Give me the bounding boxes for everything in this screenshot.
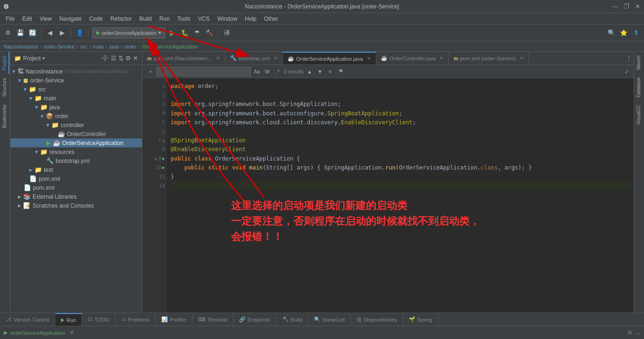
tab-overflow-icon[interactable]: ⋮: [626, 55, 632, 62]
word-icon[interactable]: W: [263, 67, 272, 76]
dependencies-tab[interactable]: ⛓ Dependencies: [351, 313, 403, 326]
search-down-icon[interactable]: ▼: [316, 67, 324, 76]
toolbar-translate-icon[interactable]: 译: [222, 28, 232, 38]
sort-icon[interactable]: ⇅: [118, 55, 124, 62]
bootstrap-close-icon[interactable]: ✕: [273, 55, 278, 61]
regex-icon[interactable]: .*: [273, 67, 282, 76]
run-configuration-selector[interactable]: ▶ orderServiceApplication ▾: [92, 27, 165, 39]
problems-tab[interactable]: ⚠ Problems: [116, 313, 156, 326]
code-editor[interactable]: 1 2 3 4 5 6 7 ⚠ 8 ⚠ 9 ▶ 10 ▶: [142, 78, 634, 313]
project-tab[interactable]: Project: [0, 52, 9, 74]
breadcrumb-main[interactable]: main: [92, 44, 104, 49]
tree-order-service[interactable]: ▾ ◼ order-Service: [10, 76, 142, 85]
terminal-tab[interactable]: ⌨ Terminal: [192, 313, 233, 326]
breadcrumb-java[interactable]: java: [109, 44, 119, 49]
run-panel-close-icon[interactable]: —: [635, 330, 640, 336]
bookmarks-tab[interactable]: Bookmarks: [0, 101, 9, 132]
settings-icon[interactable]: ⚙: [125, 55, 131, 62]
toolbar-settings-icon[interactable]: ⚙: [3, 28, 13, 38]
debug-button[interactable]: 🐛: [180, 28, 190, 38]
tree-main[interactable]: ▾ 📁 main: [10, 94, 142, 103]
toolbar-save-icon[interactable]: 💾: [15, 28, 25, 38]
search-prev-icon[interactable]: +: [146, 67, 155, 76]
spring-tab[interactable]: 🌱 Spring: [403, 313, 438, 326]
tree-pom-root[interactable]: 📄 pom.xml: [10, 183, 142, 192]
breadcrumb-file[interactable]: OrderServiceApplication: [142, 44, 198, 49]
menu-code[interactable]: Code: [85, 15, 107, 23]
gutter-warn-7[interactable]: ⚠: [162, 137, 165, 145]
new-file-icon[interactable]: ➕: [101, 55, 109, 62]
tree-scratches[interactable]: ▸ 📝 Scratches and Consoles: [10, 201, 142, 210]
close-button[interactable]: ✕: [635, 3, 640, 10]
minimize-button[interactable]: —: [612, 3, 618, 10]
maximize-button[interactable]: ❐: [624, 3, 629, 10]
menu-file[interactable]: File: [2, 15, 18, 23]
maven-tab[interactable]: Maven: [635, 52, 644, 73]
menu-run[interactable]: Run: [156, 15, 173, 23]
tree-pom-module[interactable]: 📄 pom.xml: [10, 174, 142, 183]
tree-java[interactable]: ▾ 📁 java: [10, 103, 142, 112]
gutter-run-9[interactable]: ▶: [162, 155, 165, 162]
todo-tab[interactable]: ☑ TODO: [82, 313, 116, 326]
database-tab[interactable]: Database: [635, 73, 644, 101]
tree-src[interactable]: ▾ 📁 src: [10, 85, 142, 94]
menu-vcs[interactable]: VCS: [194, 15, 214, 23]
menu-build[interactable]: Build: [135, 15, 156, 23]
ordercontroller-close-icon[interactable]: ✕: [439, 55, 444, 61]
toolbar-search-icon[interactable]: 🔍: [606, 28, 617, 38]
tree-bootstrap[interactable]: 🔧 bootstrap.yml: [10, 156, 142, 165]
sonarlint-tab[interactable]: 🔍 SonarLint: [308, 313, 351, 326]
structure-tab[interactable]: Structure: [0, 74, 9, 101]
tree-external-libraries[interactable]: ▸ 📚 External Libraries: [10, 192, 142, 201]
tab-pom-order[interactable]: m pom.xml (order-Service) ✕: [449, 52, 529, 65]
orderserviceapp-close-icon[interactable]: ✕: [367, 56, 371, 62]
build-tab[interactable]: 🔨 Build: [277, 313, 308, 326]
visualgc-tab[interactable]: VisualGC: [635, 101, 644, 129]
tab-orderserviceapplication[interactable]: ☕ OrderServiceApplication.java ✕: [283, 52, 376, 65]
endpoints-tab[interactable]: 🔗 Endpoints: [233, 313, 277, 326]
tree-ordercontroller[interactable]: ☕ OrderController: [10, 129, 142, 138]
pom-nacos-close-icon[interactable]: ✕: [216, 55, 220, 61]
tree-controller[interactable]: ▾ 📁 controller: [10, 121, 142, 129]
tree-test[interactable]: ▸ 📁 test: [10, 165, 142, 174]
search-input[interactable]: [157, 67, 251, 76]
toolbar-sync-icon[interactable]: 🔄: [27, 28, 38, 38]
toolbar-update-icon[interactable]: ⬆: [631, 28, 641, 38]
build-button[interactable]: 🔨: [204, 28, 215, 38]
breadcrumb-order-service[interactable]: order-Service: [43, 44, 74, 49]
menu-tools[interactable]: Tools: [173, 15, 194, 23]
tree-order[interactable]: ▾ 📦 order: [10, 112, 142, 121]
code-content-area[interactable]: package order; import org.springframewor…: [167, 78, 634, 313]
menu-refactor[interactable]: Refactor: [107, 15, 135, 23]
search-extra-icon[interactable]: ≡: [326, 67, 335, 76]
search-filter-icon[interactable]: ⚑: [337, 67, 345, 76]
versioncontrol-tab[interactable]: ⎇ Version Control: [0, 313, 55, 326]
case-sensitive-icon[interactable]: Aa: [253, 67, 261, 76]
menu-help[interactable]: Help: [241, 15, 260, 23]
gutter-warn-9[interactable]: ⚠: [154, 155, 157, 162]
list-view-icon[interactable]: ☰: [111, 55, 116, 62]
toolbar-back-icon[interactable]: ◀: [45, 28, 55, 38]
gutter-run-10[interactable]: ▶: [162, 164, 165, 171]
menu-other[interactable]: Other: [260, 15, 282, 23]
tab-ordercontroller[interactable]: ☕ OrderController.java ✕: [376, 52, 449, 65]
toolbar-notification-icon[interactable]: ⭐: [619, 28, 629, 38]
run-button[interactable]: ▶: [167, 28, 178, 38]
sidebar-dropdown-icon[interactable]: ▾: [42, 56, 45, 61]
breadcrumb-nacos[interactable]: NacosInstance: [4, 44, 38, 49]
coverage-button[interactable]: ☂: [192, 28, 202, 38]
tree-root-nacos[interactable]: ▾ 🏗 NacosInstance F:\study\instance\Naco…: [10, 67, 142, 76]
run-settings-icon[interactable]: ⚙: [627, 330, 632, 336]
breadcrumb-src[interactable]: src: [80, 44, 87, 49]
toolbar-user-icon[interactable]: 👤: [74, 28, 85, 38]
run-tab[interactable]: ▶ Run: [55, 313, 82, 326]
tree-orderserviceapplication[interactable]: ▶ ☕ OrderServiceApplication: [10, 138, 142, 147]
menu-view[interactable]: View: [36, 15, 56, 23]
pom-order-close-icon[interactable]: ✕: [520, 55, 524, 61]
menu-edit[interactable]: Edit: [18, 15, 36, 23]
run-close-icon[interactable]: ✕: [70, 330, 74, 336]
menu-window[interactable]: Window: [214, 15, 241, 23]
menu-navigate[interactable]: Navigate: [56, 15, 85, 23]
breadcrumb-order[interactable]: order: [124, 44, 137, 49]
toolbar-forward-icon[interactable]: ▶: [57, 28, 67, 38]
